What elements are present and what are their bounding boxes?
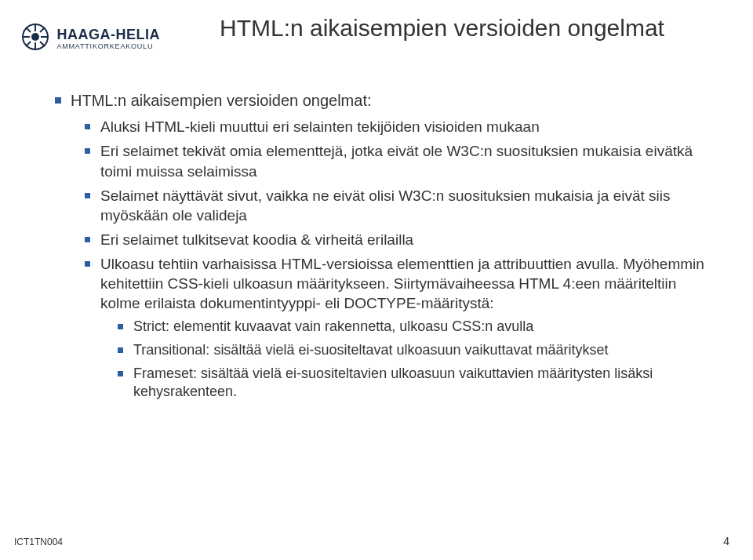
bullet-text: Eri selaimet tulkitsevat koodia & virhei… (100, 231, 413, 248)
bullet-text: Aluksi HTML-kieli muuttui eri selainten … (100, 118, 540, 135)
bullet-text: Frameset: sisältää vielä ei-suositeltavi… (133, 365, 653, 400)
bullet-lvl2: Aluksi HTML-kieli muuttui eri selainten … (85, 117, 714, 136)
bullet-lvl2: Selaimet näyttävät sivut, vaikka ne eivä… (85, 186, 714, 225)
footer-course-code: ICT1TN004 (14, 536, 63, 547)
bullet-text: Selaimet näyttävät sivut, vaikka ne eivä… (100, 187, 671, 224)
bullet-lvl3: Strict: elementit kuvaavat vain rakennet… (118, 318, 714, 336)
bullet-text: Ulkoasu tehtiin varhaisissa HTML-versioi… (100, 256, 704, 311)
logo-subtitle: AMMATTIKORKEAKOULU (56, 42, 160, 50)
bullet-text: Eri selaimet tekivät omia elementtejä, j… (100, 143, 693, 179)
slide-content: HTML:n aikaisempien versioiden ongelmat:… (55, 90, 714, 406)
bullet-text: Strict: elementit kuvaavat vain rakennet… (133, 318, 533, 334)
logo-text: HAAGA-HELIA AMMATTIKORKEAKOULU (56, 27, 160, 50)
bullet-lvl2: Eri selaimet tulkitsevat koodia & virhei… (85, 230, 714, 249)
bullet-lvl1: HTML:n aikaisempien versioiden ongelmat:… (55, 90, 714, 402)
bullet-lvl2: Eri selaimet tekivät omia elementtejä, j… (85, 141, 714, 180)
svg-point-1 (31, 33, 39, 41)
bullet-text: HTML:n aikaisempien versioiden ongelmat: (71, 92, 372, 109)
logo-name: HAAGA-HELIA (56, 27, 160, 43)
svg-line-9 (26, 42, 31, 46)
svg-line-6 (26, 27, 31, 32)
logo-mark-icon (22, 24, 49, 53)
bullet-lvl3: Transitional: sisältää vielä ei-suositel… (118, 341, 714, 360)
bullet-lvl3: Frameset: sisältää vielä ei-suositeltavi… (118, 365, 714, 402)
bullet-lvl2: Ulkoasu tehtiin varhaisissa HTML-versioi… (85, 254, 714, 402)
svg-line-7 (40, 42, 45, 46)
slide-title: HTML:n aikaisempien versioiden ongelmat (220, 14, 706, 42)
bullet-text: Transitional: sisältää vielä ei-suositel… (133, 342, 609, 358)
footer-page-number: 4 (723, 535, 729, 547)
svg-line-8 (40, 27, 45, 32)
logo: HAAGA-HELIA AMMATTIKORKEAKOULU (22, 24, 195, 53)
